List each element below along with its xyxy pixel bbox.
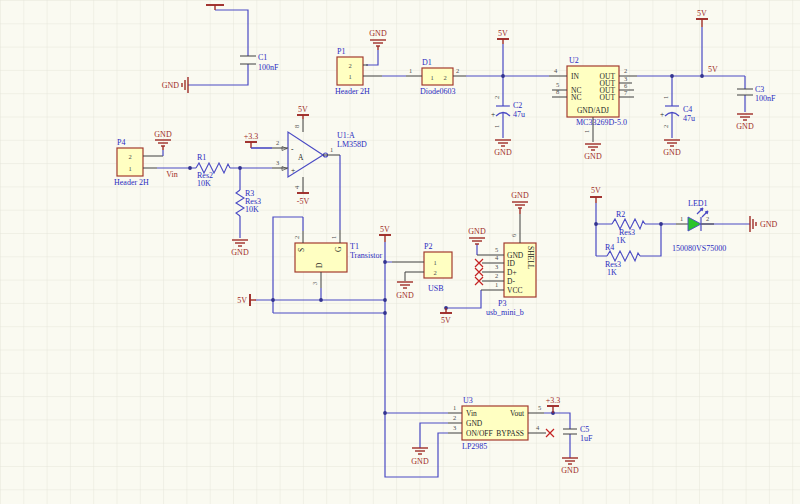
p3-pin1-number: 1 [495, 281, 498, 288]
t1-pin3-number: 3 [311, 282, 318, 285]
u1a-amp-letter: A [298, 153, 304, 162]
v5-label: 5V [237, 296, 247, 305]
gnd-label: GND [369, 29, 387, 38]
c2-plus-sign: + [491, 110, 495, 119]
schematic-canvas[interactable]: C1 100nF GND P1 Header 2H 2 1 GND D1 Dio… [0, 0, 800, 504]
gnd-label: GND [494, 148, 512, 157]
d1-pad2-number: 2 [443, 74, 446, 81]
d1-designator: D1 [422, 58, 432, 67]
u3-pin-gnd-name: GND [466, 419, 483, 428]
u2-pin5-number: 5 [556, 81, 559, 88]
u1a-pin1-number: 1 [330, 146, 333, 153]
u2-pin-gndadj-name: GND/ADJ [577, 106, 609, 115]
t1-value: Transistor [350, 251, 382, 260]
p3-pin5-number: 5 [495, 246, 498, 253]
v5-label: 5V [498, 29, 508, 38]
vin-net-label[interactable]: Vin [166, 170, 178, 179]
r2-designator: R2 [616, 210, 625, 219]
c1-designator: C1 [258, 53, 267, 62]
c4-designator: C4 [683, 105, 692, 114]
t1-pin-g-name: G [334, 246, 343, 252]
u1a-designator: U1:A [337, 131, 355, 140]
p3-pin3-number: 3 [495, 263, 498, 270]
u1a-value: LM358D [337, 140, 367, 149]
v33-label: +3.3 [546, 396, 561, 405]
p2-pin1-number: 1 [433, 259, 436, 266]
p3-pin-id-name: ID [507, 259, 515, 268]
gnd-label: GND [584, 152, 602, 161]
v33-label: +3.3 [244, 132, 259, 141]
u3-value: LP2985 [462, 442, 487, 451]
u2-value: MC33269D-5.0 [576, 118, 627, 127]
u3-pin-onoff-name: ON/OFF [466, 429, 493, 438]
r1-designator: R1 [197, 153, 206, 162]
u2-pin-in-name: IN [571, 72, 579, 81]
d1-pad1-number: 1 [430, 74, 433, 81]
c2-pin1-number: 1 [493, 125, 500, 128]
u2-pin8-number: 8 [556, 88, 559, 95]
v5-label: 5V [441, 316, 451, 325]
p1-pin2-number: 2 [348, 62, 351, 69]
p3-pin-vcc-name: VCC [507, 286, 522, 295]
r4-designator: R4 [605, 243, 614, 252]
p4-pin2-number: 2 [128, 153, 131, 160]
u3-pin1-number: 1 [453, 404, 456, 411]
gnd-label: GND [561, 466, 579, 475]
p3-pin-shell-name: SHELL [526, 246, 535, 270]
vneg5-label: -5V [297, 197, 310, 206]
p4-pin1-number: 1 [128, 165, 131, 172]
r2-rating: 1K [616, 236, 626, 245]
u2-pin-nc-name: NC [571, 93, 581, 102]
gnd-label: GND [396, 291, 414, 300]
p1-designator: P1 [337, 47, 345, 56]
c5-designator: C5 [580, 425, 589, 434]
led1-designator: LED1 [688, 199, 708, 208]
p1-pin1-number: 1 [348, 73, 351, 80]
u1a-pin8-number: 8 [293, 125, 300, 128]
v5-label: 5V [697, 9, 707, 18]
gnd-label: GND [154, 130, 172, 139]
u2-pin1-number: 1 [583, 130, 590, 133]
gnd-label: GND [736, 122, 754, 131]
c4-value: 47u [683, 114, 695, 123]
c1-value: 100nF [258, 63, 279, 72]
c5-value: 1uF [580, 434, 593, 443]
u3-pin-vin-name: Vin [466, 409, 477, 418]
p3-pin-dminus-name: D- [507, 277, 515, 286]
u2-designator: U2 [569, 56, 579, 65]
p4-value: Header 2H [114, 178, 149, 187]
v5-label: 5V [298, 105, 308, 114]
t1-pin-d-name: D [315, 262, 324, 268]
p2-designator: P2 [424, 242, 432, 251]
v5-net-label[interactable]: 5V [708, 65, 718, 74]
u2-pin2-number: 2 [624, 67, 627, 74]
c2-designator: C2 [513, 101, 522, 110]
led1-pin2-number: 2 [706, 215, 709, 222]
p4-designator: P4 [117, 138, 125, 147]
p2-pin2-number: 2 [433, 269, 436, 276]
c2-value: 47u [513, 110, 525, 119]
u3-pin3-number: 3 [453, 424, 456, 431]
gnd-label: GND [231, 248, 249, 257]
gnd-label: GND [411, 457, 429, 466]
gnd-label: GND [468, 227, 486, 236]
t1-pin1-number: 1 [330, 236, 337, 239]
u3-pin-vout-name: Vout [510, 409, 525, 418]
r1-rating: 10K [197, 179, 211, 188]
u2-pin-out-name: OUT [600, 93, 616, 102]
t1-pin2-number: 2 [293, 236, 300, 239]
u2-pin3-number: 3 [624, 75, 627, 82]
u1a-plus-input: + [291, 166, 295, 175]
c3-designator: C3 [755, 85, 764, 94]
c4-pin2-number: 2 [662, 125, 669, 128]
d1-pin2-number: 2 [456, 67, 459, 74]
c2-pin2-number: 2 [493, 96, 500, 99]
u3-pin-bypass-name: BYPASS [496, 429, 524, 438]
u3-pin2-number: 2 [453, 414, 456, 421]
u3-pin5-number: 5 [538, 404, 541, 411]
led1-value: 150080VS75000 [672, 244, 726, 253]
t1-pin-s-name: S [297, 248, 306, 252]
d1-value: Diode0603 [420, 87, 456, 96]
v5-label: 5V [591, 186, 601, 195]
p3-designator: P3 [498, 299, 506, 308]
